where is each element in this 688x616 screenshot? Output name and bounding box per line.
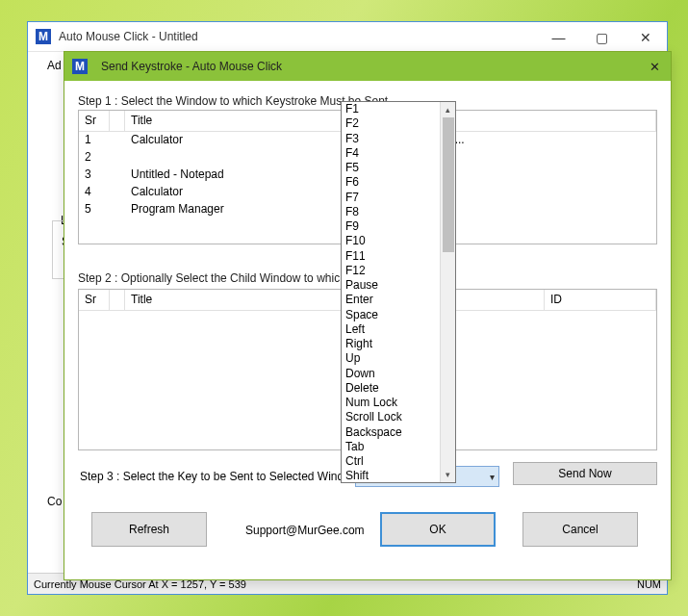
cell-title: Calculator bbox=[125, 184, 352, 201]
header-spacer[interactable] bbox=[110, 290, 125, 310]
cell-title bbox=[125, 149, 352, 167]
support-email-link[interactable]: Support@MurGee.com bbox=[245, 524, 365, 537]
dropdown-item[interactable]: F1 bbox=[342, 102, 442, 116]
dropdown-item[interactable]: Down bbox=[342, 367, 442, 381]
dropdown-item[interactable]: F9 bbox=[342, 219, 442, 234]
dropdown-item[interactable]: F7 bbox=[342, 191, 442, 205]
cell-title: Calculator bbox=[125, 132, 352, 149]
cell-title: Untitled - Notepad bbox=[125, 167, 352, 184]
header-sr[interactable]: Sr bbox=[79, 290, 110, 310]
dialog-close-button[interactable]: ✕ bbox=[646, 58, 663, 75]
send-now-button[interactable]: Send Now bbox=[513, 462, 657, 485]
dropdown-item[interactable]: Scroll Lock bbox=[342, 410, 442, 424]
window-controls: — ▢ ✕ bbox=[537, 22, 667, 52]
main-window-title: Auto Mouse Click - Untitled bbox=[59, 30, 198, 43]
dropdown-item[interactable]: Shift bbox=[342, 469, 442, 482]
header-sr[interactable]: Sr bbox=[79, 111, 110, 131]
maximize-button[interactable]: ▢ bbox=[580, 22, 624, 52]
dropdown-item[interactable]: Left bbox=[342, 322, 442, 337]
app-logo-icon: M bbox=[36, 29, 51, 44]
cancel-button[interactable]: Cancel bbox=[522, 512, 638, 547]
dialog-titlebar[interactable]: M Send Keystroke - Auto Mouse Click ✕ bbox=[64, 52, 671, 81]
dropdown-item[interactable]: F11 bbox=[342, 249, 442, 264]
cell-spacer bbox=[110, 167, 125, 184]
dropdown-item[interactable]: F3 bbox=[342, 132, 442, 146]
scroll-thumb[interactable] bbox=[443, 117, 454, 252]
dropdown-item[interactable]: F10 bbox=[342, 234, 442, 248]
dropdown-item[interactable]: Right bbox=[342, 337, 442, 351]
step2-label: Step 2 : Optionally Select the Child Win… bbox=[78, 271, 378, 285]
cell-sr: 2 bbox=[79, 149, 110, 167]
dropdown-item[interactable]: Ctrl bbox=[342, 454, 442, 469]
cell-title: Program Manager bbox=[125, 201, 352, 218]
dropdown-item[interactable]: Up bbox=[342, 351, 442, 366]
dialog-title: Send Keystroke - Auto Mouse Click bbox=[101, 60, 282, 73]
chevron-down-icon: ▾ bbox=[490, 472, 495, 482]
step3-label: Step 3 : Select the Key to be Sent to Se… bbox=[80, 470, 359, 483]
dropdown-item[interactable]: Num Lock bbox=[342, 396, 442, 410]
dialog-logo-icon: M bbox=[72, 59, 88, 74]
dropdown-item[interactable]: Tab bbox=[342, 440, 442, 454]
dropdown-item[interactable]: Pause bbox=[342, 278, 442, 293]
header-title[interactable]: Title bbox=[125, 290, 352, 310]
label-c-partial: Co bbox=[47, 495, 62, 508]
dropdown-item[interactable]: Enter bbox=[342, 293, 442, 307]
cell-spacer bbox=[110, 149, 125, 167]
cell-sr: 4 bbox=[79, 184, 110, 201]
scroll-down-icon[interactable]: ▾ bbox=[441, 467, 455, 482]
dropdown-item[interactable]: F5 bbox=[342, 161, 442, 175]
dropdown-item[interactable]: F8 bbox=[342, 205, 442, 219]
cell-spacer bbox=[110, 201, 125, 218]
refresh-button[interactable]: Refresh bbox=[91, 512, 207, 547]
label-add-partial: Ad bbox=[47, 59, 62, 72]
cell-sr: 3 bbox=[79, 167, 110, 184]
dropdown-item[interactable]: F4 bbox=[342, 146, 442, 161]
dropdown-scrollbar[interactable]: ▴ ▾ bbox=[440, 102, 455, 482]
minimize-button[interactable]: — bbox=[537, 22, 580, 52]
close-button[interactable]: ✕ bbox=[624, 22, 667, 52]
cell-spacer bbox=[110, 184, 125, 201]
dropdown-item[interactable]: F6 bbox=[342, 175, 442, 190]
dropdown-item[interactable]: Space bbox=[342, 308, 442, 322]
key-dropdown-list[interactable]: F1F2F3F4F5F6F7F8F9F10F11F12PauseEnterSpa… bbox=[341, 101, 456, 483]
main-titlebar[interactable]: M Auto Mouse Click - Untitled — ▢ ✕ bbox=[28, 22, 667, 52]
header-spacer[interactable] bbox=[110, 111, 125, 131]
header-id[interactable]: ID bbox=[545, 290, 656, 310]
dropdown-item[interactable]: Backspace bbox=[342, 425, 442, 440]
ok-button[interactable]: OK bbox=[380, 512, 496, 547]
cell-sr: 5 bbox=[79, 201, 110, 218]
scroll-up-icon[interactable]: ▴ bbox=[441, 102, 455, 117]
dropdown-item[interactable]: F2 bbox=[342, 116, 442, 131]
dropdown-item[interactable]: F12 bbox=[342, 264, 442, 278]
cell-sr: 1 bbox=[79, 132, 110, 149]
cell-spacer bbox=[110, 132, 125, 149]
dropdown-item[interactable]: Delete bbox=[342, 381, 442, 396]
header-title[interactable]: Title bbox=[125, 111, 352, 131]
